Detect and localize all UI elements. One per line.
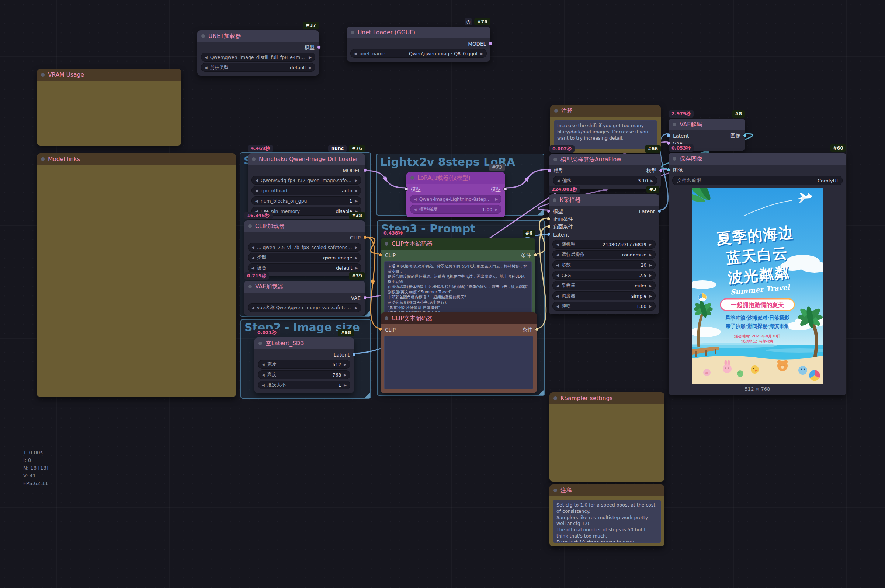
output-slot-MODEL[interactable] bbox=[363, 168, 367, 172]
collapse-dot-icon[interactable] bbox=[411, 176, 414, 180]
decrement-arrow-icon[interactable]: ◀ bbox=[251, 306, 254, 310]
decrement-arrow-icon[interactable]: ◀ bbox=[262, 373, 265, 377]
output-slot-CLIP[interactable] bbox=[363, 236, 367, 239]
increment-arrow-icon[interactable]: ▶ bbox=[649, 263, 652, 267]
increment-arrow-icon[interactable]: ▶ bbox=[355, 189, 358, 193]
empty-latent-widget-0[interactable]: ◀宽度512▶ bbox=[258, 360, 350, 369]
node-header[interactable]: 保存图像 bbox=[668, 153, 846, 165]
node-aura-flow[interactable]: 0.002秒#66模型采样算法AuraFlow模型模型◀偏移3.10▶ bbox=[549, 154, 661, 189]
node-header[interactable]: CLIP文本编码器 bbox=[381, 312, 537, 324]
increment-arrow-icon[interactable]: ▶ bbox=[649, 304, 652, 308]
decrement-arrow-icon[interactable]: ◀ bbox=[354, 52, 357, 56]
collapse-dot-icon[interactable] bbox=[252, 158, 256, 161]
filename-prefix-widget[interactable]: 文件名前缀ComfyUI bbox=[672, 176, 843, 185]
input-slot-Latent[interactable] bbox=[667, 134, 670, 137]
node-header[interactable]: K采样器 bbox=[549, 194, 659, 206]
collapse-dot-icon[interactable] bbox=[351, 31, 354, 34]
node-header[interactable]: KSampler settings bbox=[549, 392, 664, 404]
increment-arrow-icon[interactable]: ▶ bbox=[344, 363, 347, 367]
node-header[interactable]: 注释 bbox=[550, 105, 661, 117]
collapse-dot-icon[interactable] bbox=[385, 316, 388, 320]
increment-arrow-icon[interactable]: ▶ bbox=[649, 284, 652, 288]
output-slot-VAE[interactable] bbox=[363, 296, 367, 300]
node-save-image[interactable]: 0.053秒#60保存图像图像文件名前缀ComfyUI bbox=[668, 153, 846, 395]
output-slot-模型[interactable] bbox=[317, 45, 321, 49]
decrement-arrow-icon[interactable]: ◀ bbox=[205, 66, 208, 70]
increment-arrow-icon[interactable]: ▶ bbox=[344, 383, 347, 387]
node-clip-encode-pos[interactable]: 0.438秒#6CLIP文本编码器CLIP条件卡通3D风格海报,欢乐明亮。背景是… bbox=[381, 238, 536, 321]
node-vram-note[interactable]: VRAM Usage bbox=[37, 69, 181, 146]
unet-loader-widget-0[interactable]: ◀Qwen\qwen_image_distill_full_fp8_e4m3fn… bbox=[201, 52, 315, 62]
ksampler-widget-6[interactable]: ◀降噪1.00▶ bbox=[552, 302, 656, 310]
node-model-links-note[interactable]: Model links bbox=[37, 153, 236, 397]
output-slot-Latent[interactable] bbox=[352, 352, 356, 356]
input-slot-负面条件[interactable] bbox=[547, 225, 551, 228]
clip-loader-widget-0[interactable]: ◀... qwen_2.5_vl_7b_fp8_scaled.safetenso… bbox=[248, 243, 361, 252]
dit-loader-widget-3[interactable]: ◀use_pin_memorydisable▶ bbox=[251, 207, 361, 216]
ksampler-widget-1[interactable]: ◀运行后操作randomize▶ bbox=[552, 250, 656, 259]
decrement-arrow-icon[interactable]: ◀ bbox=[251, 266, 254, 270]
input-slot-图像[interactable] bbox=[667, 168, 670, 172]
node-gguf-loader[interactable]: ◷#75Unet Loader (GGUF)MODEL◀unet_nameQwe… bbox=[347, 27, 491, 62]
input-slot-Latent[interactable] bbox=[547, 232, 551, 236]
decrement-arrow-icon[interactable]: ◀ bbox=[251, 256, 254, 260]
node-header[interactable]: CLIP加载器 bbox=[244, 220, 365, 232]
decrement-arrow-icon[interactable]: ◀ bbox=[205, 55, 208, 59]
increment-arrow-icon[interactable]: ▶ bbox=[480, 52, 483, 56]
collapse-dot-icon[interactable] bbox=[554, 489, 557, 492]
lora-loader-widget-1[interactable]: ◀模型强度1.00▶ bbox=[410, 205, 501, 214]
decrement-arrow-icon[interactable]: ◀ bbox=[255, 209, 258, 213]
increment-arrow-icon[interactable]: ▶ bbox=[649, 294, 652, 298]
input-slot-CLIP[interactable] bbox=[379, 327, 382, 331]
node-header[interactable]: LoRA加载器(仅模型) bbox=[406, 172, 505, 184]
collapse-dot-icon[interactable] bbox=[41, 158, 45, 161]
decrement-arrow-icon[interactable]: ◀ bbox=[251, 245, 254, 249]
increment-arrow-icon[interactable]: ▶ bbox=[650, 178, 653, 183]
vae-loader-widget-0[interactable]: ◀vae名称 Qwen\qwen_image_vae.safetensors▶ bbox=[248, 303, 361, 312]
lora-loader-widget-0[interactable]: ◀Qwen-Image-Lightning-8steps-V ...▶ bbox=[410, 195, 501, 203]
prompt-textarea[interactable]: 卡通3D风格海报,欢乐明亮。背景是夏季的马尔代夫,那里蓝天白云，椰林树影，水清沙… bbox=[384, 261, 532, 317]
node-header[interactable]: VRAM Usage bbox=[37, 69, 181, 81]
collapse-dot-icon[interactable] bbox=[385, 242, 388, 246]
dit-loader-widget-1[interactable]: ◀cpu_offloadauto▶ bbox=[251, 186, 361, 195]
increment-arrow-icon[interactable]: ▶ bbox=[649, 253, 652, 257]
collapse-dot-icon[interactable] bbox=[259, 342, 262, 345]
decrement-arrow-icon[interactable]: ◀ bbox=[255, 189, 258, 193]
decrement-arrow-icon[interactable]: ◀ bbox=[255, 178, 258, 182]
ksampler-widget-4[interactable]: ◀采样器euler▶ bbox=[552, 281, 656, 290]
increment-arrow-icon[interactable]: ▶ bbox=[495, 197, 498, 201]
decrement-arrow-icon[interactable]: ◀ bbox=[556, 284, 559, 288]
node-note-cfg[interactable]: 注释Set cfg to 1.0 for a speed boost at th… bbox=[549, 484, 664, 546]
collapse-dot-icon[interactable] bbox=[554, 158, 557, 161]
decrement-arrow-icon[interactable]: ◀ bbox=[414, 207, 417, 212]
increment-arrow-icon[interactable]: ▶ bbox=[309, 66, 312, 70]
increment-arrow-icon[interactable]: ▶ bbox=[649, 242, 652, 246]
node-clip-loader[interactable]: 16.346秒#38CLIP加载器CLIP◀... qwen_2.5_vl_7b… bbox=[244, 220, 365, 276]
node-header[interactable]: 注释 bbox=[549, 484, 664, 496]
output-slot-模型[interactable] bbox=[659, 169, 663, 172]
node-empty-latent[interactable]: 0.021秒#58空Latent_SD3Latent◀宽度512▶◀高度768▶… bbox=[254, 338, 354, 393]
decrement-arrow-icon[interactable]: ◀ bbox=[556, 253, 559, 257]
output-slot-MODEL[interactable] bbox=[489, 42, 492, 45]
node-vae-decode[interactable]: 2.975秒#8VAE解码Latent图像VAE bbox=[668, 118, 745, 151]
node-unet-loader[interactable]: #37UNET加载器模型◀Qwen\qwen_image_distill_ful… bbox=[197, 30, 319, 75]
decrement-arrow-icon[interactable]: ◀ bbox=[556, 242, 559, 246]
node-header[interactable]: VAE解码 bbox=[668, 118, 745, 130]
input-slot-模型[interactable] bbox=[547, 209, 551, 213]
decrement-arrow-icon[interactable]: ◀ bbox=[556, 273, 559, 278]
node-graph-canvas[interactable]: T: 0.00s I: 0 N: 18 [18] V: 41 FPS:62.11… bbox=[0, 0, 885, 588]
dit-loader-widget-2[interactable]: ◀num_blocks_on_gpu1▶ bbox=[251, 196, 361, 205]
decrement-arrow-icon[interactable]: ◀ bbox=[556, 294, 559, 298]
output-slot-Latent[interactable] bbox=[658, 209, 661, 213]
input-slot-模型[interactable] bbox=[548, 169, 551, 172]
clip-loader-widget-1[interactable]: ◀类型qwen_image▶ bbox=[248, 253, 361, 262]
decrement-arrow-icon[interactable]: ◀ bbox=[556, 263, 559, 267]
increment-arrow-icon[interactable]: ▶ bbox=[355, 209, 358, 213]
unet-loader-widget-1[interactable]: ◀剪枝类型default▶ bbox=[201, 63, 315, 72]
node-lora-loader[interactable]: #73LoRA加载器(仅模型)模型模型◀Qwen-Image-Lightning… bbox=[406, 172, 505, 218]
note-text[interactable]: Increase the shift if you get too many b… bbox=[554, 120, 657, 149]
node-header[interactable]: UNET加载器 bbox=[197, 30, 319, 42]
ksampler-widget-0[interactable]: ◀随机种213807591776839▶ bbox=[552, 240, 656, 249]
input-slot-正面条件[interactable] bbox=[547, 217, 551, 220]
node-header[interactable]: Model links bbox=[37, 153, 236, 165]
